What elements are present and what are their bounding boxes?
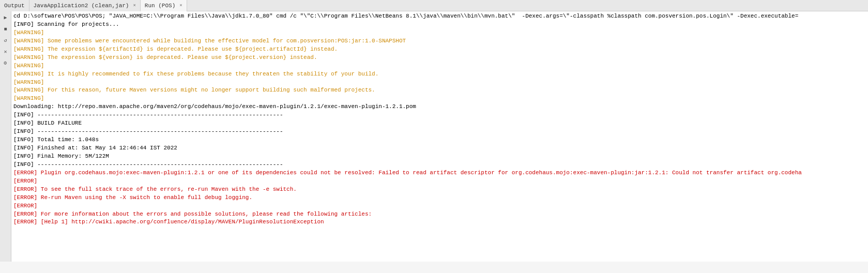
output-line-9: [WARNING] For this reason, future Maven … bbox=[13, 86, 866, 95]
tab-java-app-label: JavaApplication2 (clean,jar) bbox=[34, 3, 129, 9]
output-area[interactable]: cd D:\software\POS\POS\POS; "JAVA_HOME=C… bbox=[11, 11, 868, 262]
output-line-25: [ERROR] For more information about the e… bbox=[13, 210, 866, 219]
output-line-14: [INFO] BUILD FAILURE bbox=[13, 119, 866, 128]
output-line-17: [INFO] Finished at: Sat May 14 12:46:44 … bbox=[13, 144, 866, 153]
settings-icon[interactable]: ⚙ bbox=[2, 59, 10, 67]
output-line-11: Downloading: http://repo.maven.apache.or… bbox=[13, 103, 866, 111]
output-line-0: cd D:\software\POS\POS\POS; "JAVA_HOME=C… bbox=[13, 12, 866, 21]
output-line-13: [INFO] ---------------------------------… bbox=[13, 111, 866, 119]
output-line-26: [ERROR] [Help 1] http://cwiki.apache.org… bbox=[13, 218, 866, 226]
content-wrapper: cd D:\software\POS\POS\POS; "JAVA_HOME=C… bbox=[11, 11, 868, 262]
output-line-20: [ERROR] Plugin org.codehaus.mojo:exec-ma… bbox=[13, 169, 866, 177]
output-line-18: [INFO] Final Memory: 5M/122M bbox=[13, 153, 866, 161]
output-line-21: [ERROR] bbox=[13, 177, 866, 186]
output-line-24: [ERROR] bbox=[13, 202, 866, 210]
sidebar: ▶ ■ ↺ ✕ ⚙ bbox=[0, 11, 11, 262]
clear-icon[interactable]: ✕ bbox=[2, 48, 10, 56]
output-line-15: [INFO] ---------------------------------… bbox=[13, 128, 866, 136]
play-icon[interactable]: ▶ bbox=[2, 13, 10, 22]
rerun-icon[interactable]: ↺ bbox=[2, 36, 10, 44]
output-line-19: [INFO] ---------------------------------… bbox=[13, 161, 866, 169]
output-line-4: [WARNING] The expression ${artifactId} i… bbox=[13, 46, 866, 54]
tab-java-app-close[interactable]: × bbox=[133, 3, 135, 8]
output-line-6: [WARNING] bbox=[13, 62, 866, 70]
output-line-2: [WARNING] bbox=[13, 29, 866, 37]
tab-output-label: Output bbox=[4, 3, 25, 9]
stop-icon[interactable]: ■ bbox=[2, 25, 10, 33]
output-line-7: [WARNING] It is highly recommended to fi… bbox=[13, 70, 866, 79]
output-line-1: [INFO] Scanning for projects... bbox=[13, 21, 866, 29]
output-line-22: [ERROR] To see the full stack trace of t… bbox=[13, 186, 866, 194]
tab-run-pos-label: Run (POS) bbox=[145, 3, 175, 9]
output-line-23: [ERROR] Re-run Maven using the -X switch… bbox=[13, 194, 866, 202]
output-line-10: [WARNING] bbox=[13, 95, 866, 103]
tab-java-app[interactable]: JavaApplication2 (clean,jar) × bbox=[29, 0, 141, 11]
output-line-16: [INFO] Total time: 1.048s bbox=[13, 136, 866, 144]
output-line-3: [WARNING] Some problems were encountered… bbox=[13, 37, 866, 46]
output-line-5: [WARNING] The expression ${version} is d… bbox=[13, 54, 866, 62]
tab-run-pos[interactable]: Run (POS) × bbox=[141, 0, 187, 11]
top-tab-bar: Output JavaApplication2 (clean,jar) × Ru… bbox=[0, 0, 868, 11]
tab-run-pos-close[interactable]: × bbox=[179, 3, 182, 8]
output-line-8: [WARNING] bbox=[13, 79, 866, 87]
tab-output[interactable]: Output bbox=[0, 0, 29, 11]
